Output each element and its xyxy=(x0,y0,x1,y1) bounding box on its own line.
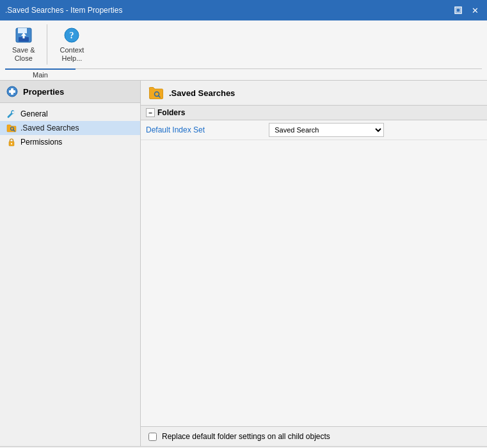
nav-general-label: General xyxy=(20,109,48,118)
help-icon: ? xyxy=(61,26,82,44)
bottom-area: Replace default folder settings on all c… xyxy=(141,426,487,446)
properties-icon xyxy=(6,86,18,97)
nav-item-saved-searches[interactable]: .Saved Searches xyxy=(0,121,140,135)
properties-header: Properties xyxy=(0,81,140,103)
save-icon xyxy=(13,26,34,44)
folders-section: – Folders Default Index Set Saved Search… xyxy=(141,106,487,140)
svg-rect-6 xyxy=(22,36,24,38)
ribbon-separator xyxy=(47,24,47,65)
folders-table: Default Index Set Saved Search Index Arc… xyxy=(141,120,487,140)
close-button[interactable]: ✕ xyxy=(468,3,482,17)
replace-default-label: Replace default folder settings on all c… xyxy=(162,432,330,441)
wrench-icon xyxy=(6,109,17,119)
properties-label: Properties xyxy=(23,87,64,97)
ribbon-button-group: Save &Close ? ContextHelp... xyxy=(5,23,482,66)
main-content: Properties General .Saved Searches xyxy=(0,81,487,446)
nav-tree: General .Saved Searches Permissions xyxy=(0,103,140,153)
title-bar: .Saved Searches - Item Properties ✕ xyxy=(0,0,487,20)
replace-default-checkbox[interactable] xyxy=(148,433,157,441)
folder-search-header-icon xyxy=(148,86,164,100)
left-panel: Properties General .Saved Searches xyxy=(0,81,141,446)
nav-item-permissions[interactable]: Permissions xyxy=(0,135,140,149)
folders-header: – Folders xyxy=(141,106,487,120)
folder-search-icon xyxy=(6,123,17,133)
save-close-label: Save &Close xyxy=(12,46,35,63)
nav-permissions-label: Permissions xyxy=(20,138,62,147)
context-help-label: ContextHelp... xyxy=(60,46,84,63)
svg-rect-15 xyxy=(11,143,12,145)
lock-icon xyxy=(6,137,17,147)
svg-text:?: ? xyxy=(70,31,74,40)
folder-type-select[interactable]: Saved Search Index Archive xyxy=(269,123,384,137)
right-panel: .Saved Searches – Folders Default Index … xyxy=(141,81,487,446)
nav-item-general[interactable]: General xyxy=(0,107,140,121)
collapse-button[interactable]: – xyxy=(146,108,155,117)
nav-saved-searches-label: .Saved Searches xyxy=(20,124,79,132)
ribbon: Save &Close ? ContextHelp... Main xyxy=(0,20,487,81)
save-close-button[interactable]: Save &Close xyxy=(5,23,42,66)
folder-name-cell: Default Index Set xyxy=(141,120,264,140)
svg-rect-11 xyxy=(9,90,15,93)
content-spacer xyxy=(141,140,487,426)
table-row: Default Index Set Saved Search Index Arc… xyxy=(141,120,487,140)
ribbon-tab-main[interactable]: Main xyxy=(5,68,76,80)
right-header: .Saved Searches xyxy=(141,81,487,106)
svg-rect-1 xyxy=(456,8,460,12)
maximize-button[interactable] xyxy=(451,3,465,17)
right-panel-title: .Saved Searches xyxy=(169,88,235,98)
window-title: .Saved Searches - Item Properties xyxy=(5,6,122,15)
folder-type-cell: Saved Search Index Archive xyxy=(264,120,487,140)
svg-rect-3 xyxy=(18,28,27,33)
folders-label: Folders xyxy=(157,108,185,117)
context-help-button[interactable]: ? ContextHelp... xyxy=(52,23,91,66)
window-controls: ✕ xyxy=(451,3,482,17)
